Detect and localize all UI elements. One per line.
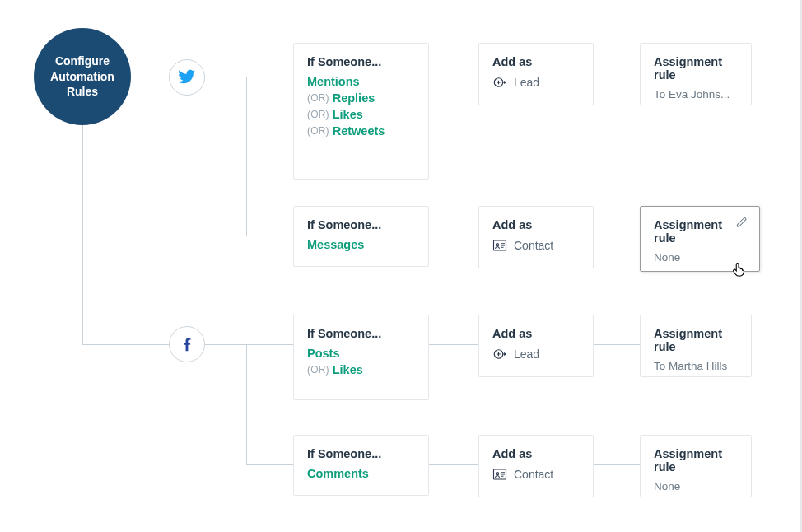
assignment-title: Assignment rule: [654, 327, 738, 353]
connector: [594, 464, 640, 465]
connector: [429, 344, 478, 345]
root-line2: Automation: [50, 69, 114, 85]
assignment-card-fb2[interactable]: Assignment rule None: [640, 435, 752, 497]
trigger-title: If Someone...: [307, 447, 415, 460]
channel-facebook[interactable]: [169, 326, 205, 362]
contact-icon: [492, 238, 507, 253]
addas-card-fb2[interactable]: Add as Contact: [478, 435, 594, 497]
assignment-value: To Eva Johns...: [654, 88, 738, 100]
addas-title: Add as: [492, 218, 580, 231]
addas-value: Lead: [514, 348, 539, 361]
connector: [246, 77, 247, 236]
trigger-card-tw2[interactable]: If Someone... Messages: [293, 206, 429, 267]
connector: [205, 344, 246, 345]
channel-twitter[interactable]: [169, 59, 205, 96]
trigger-card-fb1[interactable]: If Someone... Posts (OR) Likes: [293, 315, 429, 400]
addas-title: Add as: [492, 327, 580, 340]
connector: [82, 125, 83, 344]
addas-value: Contact: [514, 468, 553, 481]
connector: [594, 236, 640, 236]
addas-value: Contact: [514, 239, 553, 252]
trigger-action: Comments: [307, 467, 369, 480]
contact-icon: [492, 467, 507, 482]
trigger-action: Likes: [333, 108, 363, 121]
cursor-hand-icon: [730, 260, 748, 278]
root-line3: Rules: [50, 84, 114, 100]
connector: [246, 464, 293, 465]
connector: [246, 344, 293, 345]
connector: [246, 236, 293, 236]
trigger-action: Messages: [307, 238, 364, 251]
assignment-card-fb1[interactable]: Assignment rule To Martha Hills: [640, 315, 752, 377]
connector: [131, 77, 169, 77]
trigger-action: Likes: [333, 363, 363, 376]
connector: [429, 77, 478, 77]
or-label: (OR): [307, 125, 329, 137]
trigger-card-fb2[interactable]: If Someone... Comments: [293, 435, 429, 496]
edit-icon[interactable]: [736, 217, 748, 228]
connector: [82, 344, 169, 345]
addas-title: Add as: [492, 447, 580, 460]
trigger-card-tw1[interactable]: If Someone... Mentions (OR) Replies (OR)…: [293, 43, 429, 180]
root-configure-circle: Configure Automation Rules: [34, 28, 131, 125]
trigger-title: If Someone...: [307, 327, 415, 340]
or-label: (OR): [307, 92, 329, 104]
lead-icon: [492, 75, 507, 90]
addas-card-tw2[interactable]: Add as Contact: [478, 206, 594, 268]
connector: [594, 77, 640, 77]
connector: [246, 77, 293, 77]
connector: [429, 464, 478, 465]
assignment-title: Assignment rule: [654, 55, 738, 82]
addas-title: Add as: [492, 55, 580, 68]
or-label: (OR): [307, 109, 329, 120]
trigger-action: Replies: [333, 91, 375, 105]
addas-card-fb1[interactable]: Add as Lead: [478, 315, 594, 377]
automation-rules-diagram: Configure Automation Rules If Someone...…: [0, 0, 802, 532]
lead-icon: [492, 347, 507, 362]
assignment-title: Assignment rule: [654, 447, 738, 474]
trigger-title: If Someone...: [307, 55, 415, 68]
trigger-action: Retweets: [333, 124, 385, 138]
twitter-icon: [178, 68, 196, 88]
trigger-action: Posts: [307, 347, 340, 360]
trigger-action: Mentions: [307, 75, 360, 88]
assignment-title: Assignment rule: [654, 218, 746, 245]
connector: [205, 77, 246, 77]
connector: [246, 344, 247, 464]
root-line1: Configure: [50, 54, 114, 69]
or-label: (OR): [307, 364, 329, 376]
trigger-title: If Someone...: [307, 218, 415, 231]
assignment-card-tw1[interactable]: Assignment rule To Eva Johns...: [640, 43, 752, 105]
addas-value: Lead: [514, 76, 539, 89]
svg-point-2: [496, 244, 498, 246]
assignment-value: None: [654, 480, 738, 492]
connector: [429, 236, 478, 236]
addas-card-tw1[interactable]: Add as Lead: [478, 43, 594, 105]
assignment-value: To Martha Hills: [654, 360, 738, 372]
connector: [594, 344, 640, 345]
svg-point-5: [496, 473, 498, 475]
facebook-icon: [178, 334, 196, 355]
